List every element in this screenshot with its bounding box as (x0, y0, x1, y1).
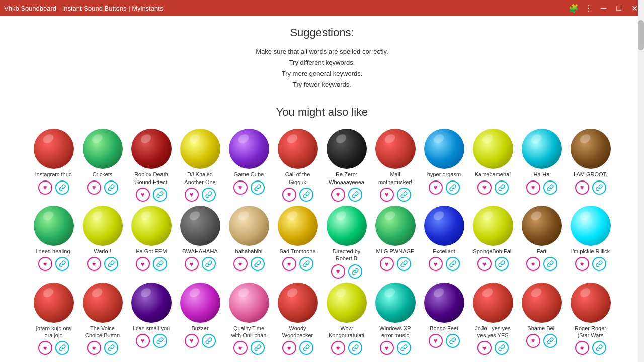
sound-button[interactable] (473, 206, 513, 246)
link-button[interactable] (153, 334, 167, 348)
link-button[interactable] (251, 180, 265, 195)
sound-button[interactable] (83, 283, 123, 323)
link-button[interactable] (55, 257, 69, 271)
link-button[interactable] (495, 257, 509, 271)
sound-button[interactable] (229, 129, 269, 169)
link-button[interactable] (104, 341, 118, 355)
heart-button[interactable]: ♥ (331, 188, 345, 202)
link-button[interactable] (202, 257, 216, 271)
link-button[interactable] (55, 341, 69, 355)
heart-button[interactable]: ♥ (282, 188, 296, 202)
sound-button[interactable] (571, 129, 611, 169)
sound-button[interactable] (375, 129, 416, 169)
link-button[interactable] (153, 257, 167, 271)
sound-button[interactable] (83, 206, 123, 246)
scrollbar[interactable] (638, 0, 644, 362)
heart-button[interactable]: ♥ (477, 341, 492, 355)
link-button[interactable] (299, 257, 313, 271)
heart-button[interactable]: ♥ (526, 334, 540, 348)
sound-button[interactable] (34, 129, 74, 169)
link-button[interactable] (153, 188, 167, 202)
heart-button[interactable]: ♥ (429, 257, 443, 271)
link-button[interactable] (348, 264, 362, 279)
sound-button[interactable] (522, 129, 562, 169)
sound-button[interactable] (571, 206, 611, 246)
heart-button[interactable]: ♥ (575, 341, 589, 355)
heart-button[interactable]: ♥ (477, 180, 492, 195)
sound-button[interactable] (278, 283, 318, 323)
link-button[interactable] (446, 334, 460, 348)
sound-button[interactable] (375, 206, 416, 246)
sound-button[interactable] (327, 206, 367, 246)
link-button[interactable] (397, 341, 411, 355)
heart-button[interactable]: ♥ (331, 264, 345, 279)
heart-button[interactable]: ♥ (38, 180, 52, 195)
sound-button[interactable] (83, 129, 123, 169)
heart-button[interactable]: ♥ (282, 257, 296, 271)
link-button[interactable] (592, 257, 606, 271)
sound-button[interactable] (424, 206, 464, 246)
link-button[interactable] (251, 257, 265, 271)
heart-button[interactable]: ♥ (185, 257, 199, 271)
heart-button[interactable]: ♥ (575, 180, 589, 195)
link-button[interactable] (299, 188, 313, 202)
link-button[interactable] (348, 188, 362, 202)
heart-button[interactable]: ♥ (233, 341, 248, 355)
heart-button[interactable]: ♥ (185, 188, 199, 202)
heart-button[interactable]: ♥ (233, 180, 248, 195)
link-button[interactable] (446, 180, 460, 195)
minimize-button[interactable]: ─ (599, 4, 608, 13)
heart-button[interactable]: ♥ (87, 341, 101, 355)
heart-button[interactable]: ♥ (87, 257, 101, 271)
sound-button[interactable] (473, 283, 513, 323)
sound-button[interactable] (571, 283, 611, 323)
sound-button[interactable] (180, 129, 220, 169)
link-button[interactable] (495, 180, 509, 195)
heart-button[interactable]: ♥ (429, 334, 443, 348)
link-button[interactable] (299, 341, 313, 355)
sound-button[interactable] (131, 129, 172, 169)
heart-button[interactable]: ♥ (380, 188, 394, 202)
link-button[interactable] (592, 180, 606, 195)
sound-button[interactable] (375, 283, 416, 323)
link-button[interactable] (251, 341, 265, 355)
heart-button[interactable]: ♥ (136, 188, 150, 202)
sound-button[interactable] (34, 206, 74, 246)
link-button[interactable] (104, 257, 118, 271)
sound-button[interactable] (278, 129, 318, 169)
heart-button[interactable]: ♥ (136, 334, 150, 348)
heart-button[interactable]: ♥ (331, 341, 345, 355)
link-button[interactable] (543, 180, 557, 195)
sound-button[interactable] (522, 283, 562, 323)
sound-button[interactable] (229, 283, 269, 323)
heart-button[interactable]: ♥ (38, 257, 52, 271)
heart-button[interactable]: ♥ (38, 341, 52, 355)
link-button[interactable] (55, 180, 69, 195)
sound-button[interactable] (424, 129, 464, 169)
sound-button[interactable] (180, 206, 220, 246)
link-button[interactable] (202, 188, 216, 202)
scrollbar-thumb[interactable] (638, 20, 644, 50)
heart-button[interactable]: ♥ (380, 341, 394, 355)
heart-button[interactable]: ♥ (429, 180, 443, 195)
link-button[interactable] (543, 334, 557, 348)
link-button[interactable] (446, 257, 460, 271)
sound-button[interactable] (424, 283, 464, 323)
maximize-button[interactable]: □ (614, 4, 623, 13)
sound-button[interactable] (131, 206, 172, 246)
link-button[interactable] (543, 257, 557, 271)
sound-button[interactable] (278, 206, 318, 246)
heart-button[interactable]: ♥ (575, 257, 589, 271)
heart-button[interactable]: ♥ (380, 257, 394, 271)
sound-button[interactable] (131, 283, 172, 323)
sound-button[interactable] (327, 283, 367, 323)
sound-button[interactable] (522, 206, 562, 246)
link-button[interactable] (495, 341, 509, 355)
sound-button[interactable] (180, 283, 220, 323)
link-button[interactable] (397, 257, 411, 271)
link-button[interactable] (397, 188, 411, 202)
heart-button[interactable]: ♥ (136, 257, 150, 271)
sound-button[interactable] (473, 129, 513, 169)
link-button[interactable] (202, 334, 216, 348)
sound-button[interactable] (229, 206, 269, 246)
